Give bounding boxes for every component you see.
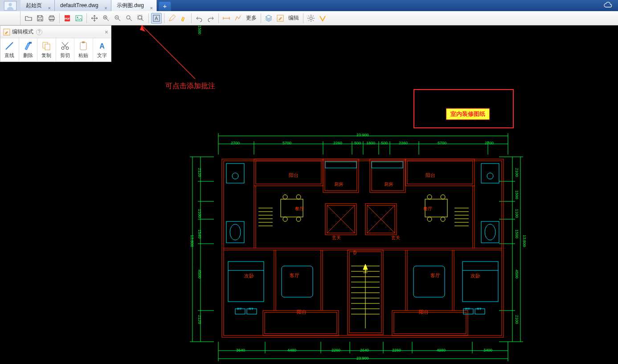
- drawing-title-chip: 室内装修图纸: [446, 108, 490, 120]
- panel-header: 编辑模式 ? ×: [0, 26, 111, 38]
- label-dining-r: 餐厅: [423, 206, 432, 212]
- svg-point-125: [441, 195, 445, 199]
- avatar-toolbar-slot: [0, 11, 20, 25]
- avatar[interactable]: [0, 0, 20, 11]
- zoom-in-icon[interactable]: [112, 13, 123, 24]
- svg-point-12: [138, 16, 142, 19]
- edit-panel-icon: [3, 29, 10, 36]
- edit-mode-panel: 编辑模式 ? × 直线 删除 复制 剪切 粘贴 A 文字: [0, 25, 111, 62]
- dim-right-total: 13:800: [522, 235, 527, 247]
- svg-rect-65: [407, 161, 473, 184]
- pan-icon[interactable]: [89, 13, 100, 24]
- main-toolbar: PDF A 更多 编辑: [20, 11, 618, 25]
- tab-label: 示例图.dwg: [117, 2, 144, 8]
- settings-icon[interactable]: [306, 13, 316, 24]
- svg-rect-104: [228, 262, 264, 302]
- dim-left-2: 1100: [197, 209, 202, 218]
- svg-point-8: [77, 16, 78, 18]
- open-icon[interactable]: [23, 13, 34, 24]
- dim-bot-6: 3400: [483, 348, 492, 352]
- dim-top-4: 1800: [366, 141, 375, 145]
- svg-rect-102: [325, 162, 356, 168]
- tool-label: 粘贴: [78, 52, 88, 59]
- dim-left-total: 13:800: [190, 235, 194, 247]
- dim-bot-0: 3640: [236, 348, 245, 352]
- dim-top-7: 5700: [438, 141, 446, 145]
- tab-defaulttree[interactable]: defaultTree.dwg×: [55, 0, 111, 11]
- dim-right-4: 4500: [515, 270, 519, 278]
- tool-paste-button[interactable]: 粘贴: [74, 38, 93, 61]
- label-rt-3: RT: [465, 307, 470, 311]
- redo-icon[interactable]: [205, 13, 216, 24]
- tab-start[interactable]: 起始页×: [20, 0, 55, 11]
- highlight-icon[interactable]: [178, 13, 189, 24]
- svg-rect-156: [45, 44, 50, 50]
- svg-point-127: [441, 217, 445, 221]
- svg-point-120: [283, 195, 287, 199]
- tool-label: 直线: [4, 52, 14, 59]
- label-up: 上: [363, 268, 368, 274]
- svg-point-11: [127, 16, 130, 19]
- svg-point-101: [487, 173, 493, 179]
- svg-rect-109: [413, 266, 445, 297]
- zoom-out-icon[interactable]: [124, 13, 135, 24]
- layers-icon[interactable]: [263, 13, 274, 24]
- panel-title: 编辑模式: [12, 28, 33, 36]
- label-balcony-bl: 阳台: [297, 309, 307, 315]
- dim-bot-1: 4480: [287, 348, 296, 352]
- dim-right-2: 1100: [515, 209, 519, 218]
- tab-label: 起始页: [26, 2, 42, 8]
- dim-left-3: 1540: [197, 229, 202, 238]
- dim-top-0: 2700: [231, 141, 240, 145]
- svg-rect-108: [282, 266, 313, 297]
- dim-right-3: 1500: [515, 229, 519, 238]
- tool-text-button[interactable]: A 文字: [93, 38, 111, 61]
- dim-bot-2: 2260: [332, 348, 340, 352]
- tool-label: 复制: [41, 52, 51, 59]
- pencil-icon[interactable]: [167, 13, 177, 24]
- cloud-icon[interactable]: [604, 2, 613, 10]
- dim-bot-total: 23:900: [356, 356, 369, 360]
- label-foyer-r: 玄关: [391, 235, 400, 241]
- label-balcony-br: 阳台: [419, 309, 429, 315]
- export-image-icon[interactable]: [74, 13, 84, 24]
- v-icon[interactable]: [317, 13, 328, 24]
- zoom-window-icon[interactable]: [101, 13, 111, 24]
- edit-mode-icon[interactable]: [275, 13, 286, 24]
- svg-text:A: A: [99, 42, 105, 50]
- svg-rect-3: [50, 16, 53, 17]
- more-label[interactable]: 更多: [244, 14, 258, 22]
- annotation-hint: 可点击添加批注: [165, 82, 215, 91]
- pdf-icon[interactable]: PDF: [62, 13, 73, 24]
- tool-cut-button[interactable]: 剪切: [56, 38, 75, 61]
- tool-delete-button[interactable]: 删除: [19, 38, 38, 61]
- print-icon[interactable]: [46, 13, 57, 24]
- measure-icon[interactable]: [221, 13, 232, 24]
- svg-rect-64: [405, 159, 475, 186]
- svg-rect-110: [226, 221, 244, 243]
- svg-point-124: [427, 195, 432, 199]
- tool-label: 剪切: [60, 52, 70, 59]
- tool-copy-button[interactable]: 复制: [37, 38, 56, 61]
- label-rt-1: RT: [237, 307, 242, 311]
- svg-point-113: [485, 224, 495, 240]
- label-kitchen-r: 厨房: [384, 181, 393, 188]
- help-icon[interactable]: ?: [36, 29, 42, 35]
- dim-top-2: 2260: [333, 141, 342, 145]
- tab-example[interactable]: 示例图.dwg×: [111, 0, 157, 11]
- dim-right-1: 1500: [515, 190, 519, 199]
- svg-rect-93: [265, 312, 337, 334]
- tool-line-button[interactable]: 直线: [0, 38, 19, 61]
- svg-point-121: [296, 195, 301, 199]
- edit-label[interactable]: 编辑: [286, 14, 301, 22]
- save-icon[interactable]: [35, 13, 45, 24]
- drawing-canvas[interactable]: 可点击添加批注 室内装修图纸: [0, 25, 618, 364]
- dim-bot-4: 2260: [392, 348, 401, 352]
- undo-icon[interactable]: [194, 13, 205, 24]
- tab-add-button[interactable]: +: [159, 1, 171, 11]
- panel-close-icon[interactable]: ×: [105, 29, 108, 36]
- zoom-extents-icon[interactable]: [135, 13, 146, 24]
- text-annotation-icon[interactable]: A: [151, 13, 162, 24]
- svg-point-1: [8, 3, 12, 6]
- measure-area-icon[interactable]: [233, 13, 243, 24]
